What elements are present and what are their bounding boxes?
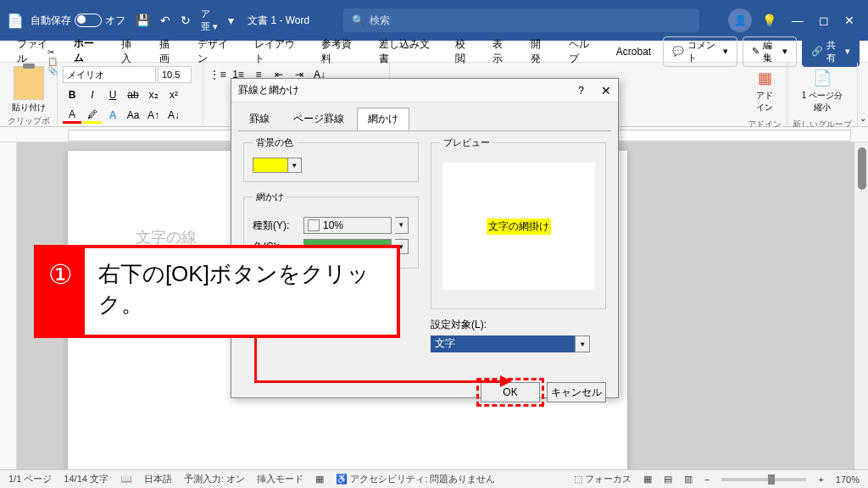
vertical-ruler[interactable] xyxy=(0,142,17,474)
view-read-icon[interactable]: ▦ xyxy=(643,474,652,485)
close-icon[interactable]: ✕ xyxy=(844,14,854,27)
search-box[interactable]: 🔍 検索 xyxy=(343,8,699,32)
grow-font-icon[interactable]: A↑ xyxy=(144,107,163,124)
pattern-value: 10% xyxy=(323,219,343,231)
pattern-dropdown-icon[interactable]: ▾ xyxy=(395,217,409,234)
zoom-in-icon[interactable]: + xyxy=(818,474,823,485)
preview-box: 文字の網掛け xyxy=(442,163,595,290)
status-lang[interactable]: 日本語 xyxy=(144,473,172,485)
apply-to-select[interactable]: 文字 xyxy=(431,336,575,352)
status-proofing-icon[interactable]: 📖 xyxy=(120,474,132,485)
paste-icon xyxy=(14,66,44,100)
italic-icon[interactable]: I xyxy=(83,86,102,103)
search-placeholder: 検索 xyxy=(370,14,390,28)
share-label: 共有 xyxy=(826,39,842,64)
font-name-select[interactable] xyxy=(63,66,156,83)
arrow-segment-v xyxy=(254,338,257,380)
status-access-text: アクセシビリティ: 問題ありません xyxy=(350,474,495,484)
account-avatar[interactable]: 👤 xyxy=(728,8,752,32)
strike-icon[interactable]: ab xyxy=(124,86,142,103)
dialog-close-icon[interactable]: ✕ xyxy=(601,84,611,97)
underline-icon[interactable]: U xyxy=(103,86,122,103)
dialog-titlebar: 罫線と網かけ ? ✕ xyxy=(231,79,618,103)
sub-icon[interactable]: x₂ xyxy=(144,86,163,103)
ribbon-collapse-icon[interactable]: ⌄ xyxy=(860,114,866,123)
zoom-out-icon[interactable]: − xyxy=(704,474,709,485)
sup-icon[interactable]: x² xyxy=(164,86,183,103)
pattern-select[interactable]: 10% xyxy=(303,217,392,234)
undo-icon[interactable]: ↶ xyxy=(160,14,170,27)
apply-to-row: 設定対象(L): 文字▾ xyxy=(431,318,606,352)
bold-icon[interactable]: B xyxy=(63,86,81,103)
apply-to-label: 設定対象(L): xyxy=(431,318,606,332)
text-effect-icon[interactable]: A xyxy=(103,107,122,124)
status-words[interactable]: 14/14 文字 xyxy=(64,473,108,485)
borders-shading-dialog: 罫線と網かけ ? ✕ 罫線 ページ罫線 網かけ 背景の色 ▾ 網かけ 種類(Y)… xyxy=(231,78,619,398)
view-web-icon[interactable]: ▥ xyxy=(684,474,693,485)
font-color-icon[interactable]: A xyxy=(63,107,81,124)
status-macro-icon[interactable]: ▦ xyxy=(315,474,324,485)
status-focus[interactable]: ⬚ フォーカス xyxy=(574,473,632,485)
dialog-help-icon[interactable]: ? xyxy=(578,85,584,97)
minimize-icon[interactable]: — xyxy=(792,14,804,27)
newgroup-group: 📄 1 ページ分 縮小 新しいグループ xyxy=(787,63,858,126)
dialog-tab-borders[interactable]: 罫線 xyxy=(238,108,281,130)
status-access[interactable]: ♿ アクセシビリティ: 問題ありません xyxy=(336,473,495,485)
zoom-slider[interactable] xyxy=(721,478,806,481)
font-size-select[interactable] xyxy=(158,66,192,83)
dialog-title: 罫線と網かけ xyxy=(238,83,299,97)
save-icon[interactable]: 💾 xyxy=(136,14,150,27)
status-focus-text: フォーカス xyxy=(585,474,632,484)
scrollbar-thumb[interactable] xyxy=(858,147,866,190)
maximize-icon[interactable]: ◻ xyxy=(819,14,829,27)
status-mode[interactable]: 挿入モード xyxy=(257,473,303,485)
page-sample-text: 文字の線 xyxy=(136,229,197,246)
toggle-icon xyxy=(75,14,102,27)
char-shading-icon[interactable]: Aa xyxy=(124,107,142,124)
font-icon[interactable]: ア亜 ▾ xyxy=(201,8,218,33)
status-predict[interactable]: 予測入力: オン xyxy=(184,473,245,485)
paste-button[interactable]: 貼り付け xyxy=(5,64,52,114)
zoom-level[interactable]: 170% xyxy=(836,474,860,485)
paste-label: 貼り付け xyxy=(5,102,52,114)
addin-group: ▦ アド イン アドイン xyxy=(743,63,787,126)
vertical-scrollbar[interactable] xyxy=(854,142,868,474)
bullets-icon[interactable]: ⋮≡ xyxy=(209,66,227,83)
bg-color-swatch[interactable] xyxy=(253,158,288,173)
dialog-tab-page-borders[interactable]: ページ罫線 xyxy=(282,108,355,130)
help-icon[interactable]: 💡 xyxy=(762,14,776,27)
shrink-page-button[interactable]: 📄 1 ページ分 縮小 xyxy=(793,64,852,117)
person-icon: 👤 xyxy=(734,14,747,26)
callout-text: 右下の[OK]ボタンをクリック。 xyxy=(85,248,397,335)
status-page[interactable]: 1/1 ページ xyxy=(8,473,52,485)
autosave-toggle[interactable]: 自動保存 オフ xyxy=(31,14,125,28)
shading-legend: 網かけ xyxy=(253,191,287,203)
dialog-tab-shading[interactable]: 網かけ xyxy=(357,108,409,130)
view-print-icon[interactable]: ▤ xyxy=(664,474,672,485)
apply-to-dropdown-icon[interactable]: ▾ xyxy=(575,336,590,352)
callout-number: ① xyxy=(37,248,85,335)
dialog-tabs: 罫線 ページ罫線 網かけ xyxy=(231,103,618,130)
word-icon: 📄 xyxy=(7,13,24,29)
instruction-callout: ① 右下の[OK]ボタンをクリック。 xyxy=(34,245,400,338)
cancel-button[interactable]: キャンセル xyxy=(547,382,606,402)
tab-acrobat[interactable]: Acrobat xyxy=(608,42,659,61)
search-icon: 🔍 xyxy=(352,14,364,26)
bg-color-fieldset: 背景の色 ▾ xyxy=(243,136,419,182)
bg-color-legend: 背景の色 xyxy=(253,136,297,149)
preview-text: 文字の網掛け xyxy=(487,219,551,235)
redo-icon[interactable]: ↻ xyxy=(181,14,191,27)
autosave-label: 自動保存 xyxy=(31,14,71,28)
shrink-font-icon[interactable]: A↓ xyxy=(164,107,183,124)
font-group: B I U ab x₂ x² A 🖉 A Aa A↑ A↓ フォント xyxy=(58,63,203,126)
bg-color-dropdown-icon[interactable]: ▾ xyxy=(288,158,302,173)
addin-button[interactable]: ▦ アド イン xyxy=(748,64,782,117)
highlight-icon[interactable]: 🖉 xyxy=(83,107,102,124)
preview-legend: プレビュー xyxy=(440,136,493,149)
shrink-page-icon: 📄 xyxy=(812,68,832,88)
document-title: 文書 1 - Word xyxy=(248,14,309,28)
autosave-state: オフ xyxy=(105,14,125,28)
pattern-swatch-icon xyxy=(308,219,320,231)
qat-dropdown-icon[interactable]: ▾ xyxy=(228,14,234,27)
status-bar: 1/1 ページ 14/14 文字 📖 日本語 予測入力: オン 挿入モード ▦ … xyxy=(0,469,868,488)
